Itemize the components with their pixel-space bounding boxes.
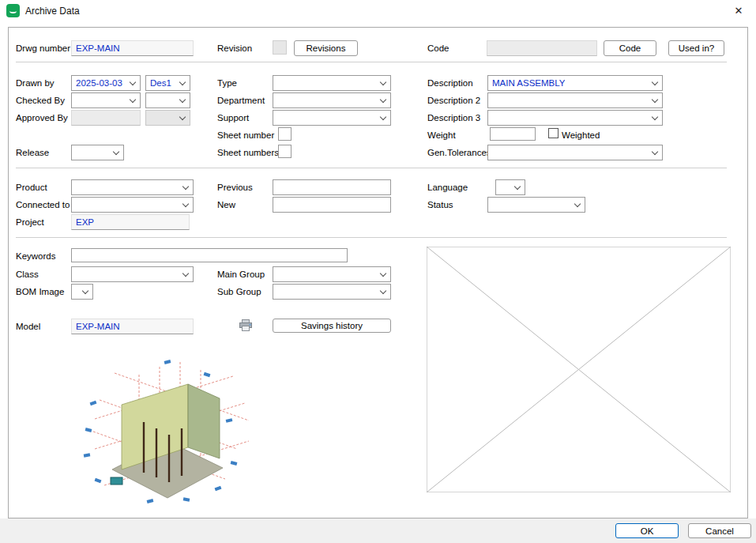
weight-label: Weight <box>427 130 456 140</box>
chevron-down-icon <box>113 149 119 155</box>
drawn-by-label: Drawn by <box>16 78 55 88</box>
savings-history-button[interactable]: Savings history <box>273 319 391 333</box>
revisions-button[interactable]: Revisions <box>294 40 358 56</box>
drawn-by-designer-combo[interactable]: Des1 <box>145 75 190 91</box>
separator <box>16 168 727 168</box>
status-label: Status <box>427 200 453 209</box>
preview-placeholder <box>427 247 731 492</box>
title-bar: Archive Data ✕ <box>0 0 756 21</box>
sub-group-combo[interactable] <box>273 284 391 300</box>
main-group-combo[interactable] <box>273 266 391 282</box>
drawn-by-date-combo[interactable]: 2025-03-03 <box>71 75 141 91</box>
revision-label: Revision <box>217 43 252 53</box>
chevron-down-icon <box>652 79 658 85</box>
description3-combo[interactable] <box>487 110 663 126</box>
sheet-numbers-input[interactable] <box>278 145 291 158</box>
status-combo[interactable] <box>487 197 585 213</box>
separator <box>16 62 727 62</box>
checked-by-date-combo[interactable] <box>71 92 141 108</box>
class-combo[interactable] <box>71 266 194 282</box>
project-label: Project <box>16 217 44 227</box>
department-combo[interactable] <box>273 92 391 108</box>
chevron-down-icon <box>380 114 386 120</box>
drwg-number-field[interactable]: EXP-MAIN <box>71 40 194 56</box>
connected-to-combo[interactable] <box>71 197 194 213</box>
bom-image-combo[interactable] <box>71 284 93 300</box>
previous-input[interactable] <box>273 179 391 195</box>
department-label: Department <box>217 96 265 105</box>
approved-by-date-field <box>71 110 141 126</box>
product-combo[interactable] <box>71 179 194 195</box>
chevron-down-icon <box>182 270 189 277</box>
sheet-number-input[interactable] <box>278 127 291 141</box>
sub-group-label: Sub Group <box>217 287 261 296</box>
main-group-label: Main Group <box>217 270 265 279</box>
cancel-button[interactable]: Cancel <box>688 523 751 538</box>
drwg-number-label: Drwg number <box>16 43 70 53</box>
language-combo[interactable] <box>495 179 525 195</box>
gen-tolerances-combo[interactable] <box>487 145 663 160</box>
close-icon[interactable]: ✕ <box>721 0 756 21</box>
chevron-down-icon <box>179 79 186 85</box>
revision-field[interactable] <box>273 40 287 55</box>
used-in-button[interactable]: Used in? <box>668 40 724 56</box>
chevron-down-icon <box>652 96 658 103</box>
product-label: Product <box>16 183 47 192</box>
code-field[interactable] <box>487 40 597 56</box>
model-field[interactable]: EXP-MAIN <box>71 319 194 334</box>
description-label: Description <box>427 78 473 88</box>
project-field[interactable]: EXP <box>71 214 190 230</box>
weighted-checkbox[interactable] <box>548 128 559 138</box>
printer-icon[interactable] <box>239 319 253 332</box>
chevron-down-icon <box>182 201 189 207</box>
keywords-input[interactable] <box>71 248 348 262</box>
previous-label: Previous <box>217 183 253 192</box>
chevron-down-icon <box>82 288 88 294</box>
chevron-down-icon <box>179 96 186 103</box>
chevron-down-icon <box>514 183 521 190</box>
chevron-down-icon <box>130 96 136 103</box>
sheet-number-label: Sheet number <box>217 130 274 140</box>
description-combo[interactable]: MAIN ASSEMBLY <box>487 75 663 91</box>
app-icon <box>6 4 20 17</box>
checked-by-label: Checked By <box>16 96 65 105</box>
chevron-down-icon <box>130 79 136 85</box>
type-combo[interactable] <box>273 75 391 91</box>
gen-tolerances-label: Gen.Tolerances <box>427 148 491 157</box>
code-button[interactable]: Code <box>604 40 656 56</box>
separator <box>16 237 727 238</box>
chevron-down-icon <box>380 288 386 294</box>
chevron-down-icon <box>574 201 581 207</box>
bom-image-label: BOM Image <box>16 287 64 296</box>
type-label: Type <box>217 78 237 88</box>
archive-data-dialog: Archive Data ✕ Drwg number EXP-MAIN Revi… <box>0 0 756 543</box>
app-icon-mark <box>9 9 17 13</box>
chevron-down-icon <box>652 114 658 120</box>
chevron-down-icon <box>182 183 189 190</box>
approved-by-designer-combo[interactable] <box>145 110 190 126</box>
model-label: Model <box>16 322 40 331</box>
description2-label: Description 2 <box>427 96 480 105</box>
class-label: Class <box>16 270 39 279</box>
release-label: Release <box>16 148 49 157</box>
window-title: Archive Data <box>25 6 80 17</box>
description2-combo[interactable] <box>487 92 663 108</box>
ok-button[interactable]: OK <box>615 523 679 538</box>
new-input[interactable] <box>273 197 391 213</box>
support-combo[interactable] <box>273 110 391 126</box>
support-label: Support <box>217 113 249 123</box>
chevron-down-icon <box>179 114 186 120</box>
chevron-down-icon <box>380 79 386 85</box>
release-combo[interactable] <box>71 145 124 160</box>
chevron-down-icon <box>380 270 386 277</box>
checked-by-designer-combo[interactable] <box>145 92 190 108</box>
model-preview-image <box>71 353 261 507</box>
weight-input[interactable] <box>490 127 536 141</box>
keywords-label: Keywords <box>16 251 56 261</box>
approved-by-label: Approved By <box>16 113 68 123</box>
chevron-down-icon <box>652 149 658 155</box>
description3-label: Description 3 <box>427 113 480 123</box>
connected-to-label: Connected to <box>16 200 70 209</box>
code-label: Code <box>427 43 449 53</box>
chevron-down-icon <box>380 96 386 103</box>
